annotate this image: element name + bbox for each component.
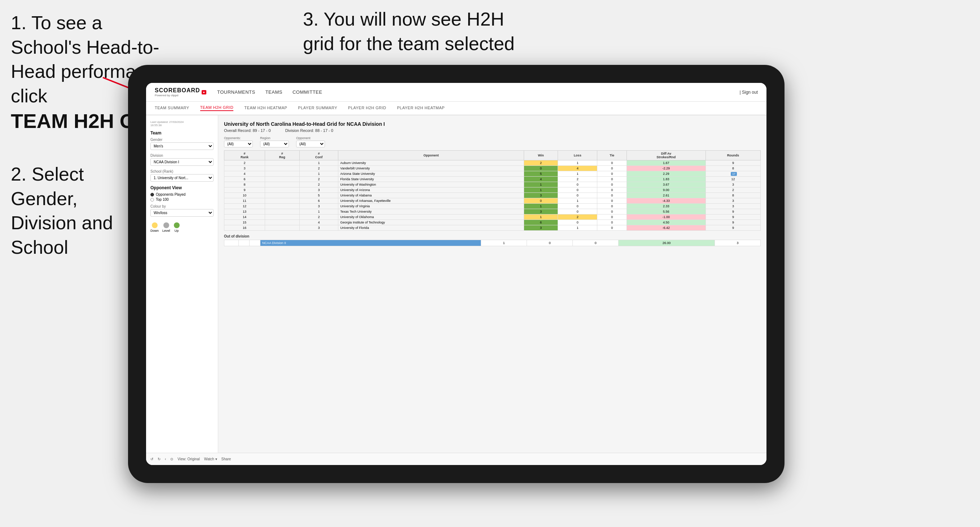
sub-nav-player-h2h-grid[interactable]: PLAYER H2H GRID: [348, 106, 386, 111]
legend-up: Up: [174, 222, 180, 232]
table-cell: 0: [524, 198, 558, 204]
table-cell: 9: [705, 160, 760, 166]
nav-sign-out[interactable]: | Sign out: [740, 90, 758, 95]
table-cell: 1: [299, 209, 338, 214]
out-div-rounds: 3: [714, 240, 760, 246]
undo-btn[interactable]: ↺: [150, 457, 153, 461]
table-cell: 0: [597, 160, 627, 166]
filter-group-opponents: Opponents: (All): [224, 136, 253, 148]
table-cell: 13: [224, 209, 265, 214]
filter-opponents-select[interactable]: (All): [224, 141, 253, 148]
nav-tournaments[interactable]: TOURNAMENTS: [217, 89, 255, 95]
table-cell: [265, 177, 299, 182]
table-cell: Vanderbilt University: [338, 166, 524, 171]
legend-level-label: Level: [162, 229, 170, 232]
colour-by-label: Colour by: [150, 205, 213, 208]
sub-nav-player-summary[interactable]: PLAYER SUMMARY: [298, 106, 337, 111]
division-select[interactable]: NCAA Division I: [150, 158, 213, 166]
table-cell: -1.00: [627, 214, 705, 220]
table-row: 21Auburn University2101.679: [224, 160, 761, 166]
table-row: 105University of Alabama3002.618: [224, 193, 761, 198]
table-cell: 0: [558, 193, 597, 198]
redo-btn[interactable]: ↻: [158, 457, 161, 461]
division-label: Division: [150, 154, 213, 157]
out-div-name: NCAA Division II: [261, 240, 481, 246]
radio-opponents-played[interactable]: Opponents Played: [150, 192, 213, 197]
table-cell: 3: [224, 166, 265, 171]
sub-nav-team-summary[interactable]: TEAM SUMMARY: [155, 106, 189, 111]
table-cell: 9: [705, 214, 760, 220]
table-cell: 3: [299, 187, 338, 193]
table-cell: 2: [224, 160, 265, 166]
out-div-diff: 26.00: [619, 240, 714, 246]
back-btn[interactable]: ‹: [165, 457, 166, 461]
table-cell: 4: [558, 166, 597, 171]
table-cell: 1.67: [627, 160, 705, 166]
nav-teams[interactable]: TEAMS: [266, 89, 282, 95]
table-cell: 8: [705, 193, 760, 198]
table-cell: 1: [558, 225, 597, 231]
table-cell: Arizona State University: [338, 171, 524, 177]
out-div-conf: [250, 240, 261, 246]
radio-dot-top100: [150, 198, 154, 202]
data-table: #Rank #Reg #Conf Opponent Win Loss Tie D…: [224, 150, 761, 231]
table-cell: [265, 220, 299, 225]
table-cell: 0: [597, 193, 627, 198]
table-cell: 1: [558, 171, 597, 177]
table-cell: 6: [299, 198, 338, 204]
table-cell: 3: [299, 225, 338, 231]
out-of-division-table: NCAA Division II 1 0 0 26.00 3: [224, 240, 761, 246]
table-cell: -4.33: [627, 198, 705, 204]
legend-level-dot: [163, 222, 169, 228]
out-div-tie: 0: [573, 240, 619, 246]
sub-nav-player-h2h-heatmap[interactable]: PLAYER H2H HEATMAP: [397, 106, 445, 111]
instruction-text-2b: Division and: [11, 212, 113, 233]
table-row: 163University of Florida310-6.429: [224, 225, 761, 231]
table-cell: 2.33: [627, 204, 705, 209]
table-cell: [265, 193, 299, 198]
legend-up-label: Up: [175, 229, 179, 232]
view-original[interactable]: View: Original: [177, 457, 200, 461]
table-cell: [265, 225, 299, 231]
table-cell: 4.50: [627, 220, 705, 225]
reset-btn[interactable]: ⊙: [170, 457, 173, 461]
table-cell: University of Arkansas, Fayetteville: [338, 198, 524, 204]
table-cell: 9: [705, 220, 760, 225]
share-btn[interactable]: Share: [221, 457, 231, 461]
table-cell: 4: [524, 177, 558, 182]
sub-nav-team-h2h-heatmap[interactable]: TEAM H2H HEATMAP: [244, 106, 287, 111]
logo-area: SCOREBOARD Powered by clippd ●: [155, 87, 206, 97]
main-content: Last Updated: 27/03/2024 16:55:38 Team G…: [146, 115, 767, 453]
table-cell: 14: [224, 214, 265, 220]
colour-by-select[interactable]: Win/loss: [150, 209, 213, 217]
nav-bar: SCOREBOARD Powered by clippd ● TOURNAMEN…: [146, 83, 767, 102]
filter-region-select[interactable]: (All): [260, 141, 289, 148]
filter-group-opponent: Opponent (All): [296, 136, 325, 148]
instruction-top-right: 3. You will now see H2H grid for the tea…: [303, 7, 519, 56]
radio-top-100[interactable]: Top 100: [150, 198, 213, 202]
grid-records: Overall Record: 89 - 17 - 0 Division Rec…: [224, 128, 761, 133]
table-cell: 9: [224, 187, 265, 193]
table-cell: [265, 187, 299, 193]
sub-nav-team-h2h-grid[interactable]: TEAM H2H GRID: [200, 105, 234, 111]
table-cell: 2: [299, 182, 338, 187]
school-select[interactable]: 1. University of Nort...: [150, 174, 213, 182]
out-div-loss: 0: [527, 240, 573, 246]
table-cell: 1: [299, 171, 338, 177]
logo-badge: ●: [202, 90, 206, 94]
table-cell: 12: [705, 177, 760, 182]
table-cell: 16: [224, 225, 265, 231]
nav-committee[interactable]: COMMITTEE: [293, 89, 323, 95]
watch-btn[interactable]: Watch ▾: [204, 457, 217, 461]
col-diff: Diff AvStrokes/Rnd: [627, 151, 705, 160]
gender-select[interactable]: Men's: [150, 142, 213, 150]
table-cell: 1: [299, 160, 338, 166]
table-cell: 0: [597, 220, 627, 225]
table-cell: 3: [705, 198, 760, 204]
filter-opponent-select[interactable]: (All): [296, 141, 325, 148]
table-cell: 6: [224, 177, 265, 182]
table-cell: 3: [524, 209, 558, 214]
nav-links: TOURNAMENTS TEAMS COMMITTEE: [217, 89, 740, 95]
legend-level: Level: [162, 222, 170, 232]
table-cell: 2: [299, 214, 338, 220]
